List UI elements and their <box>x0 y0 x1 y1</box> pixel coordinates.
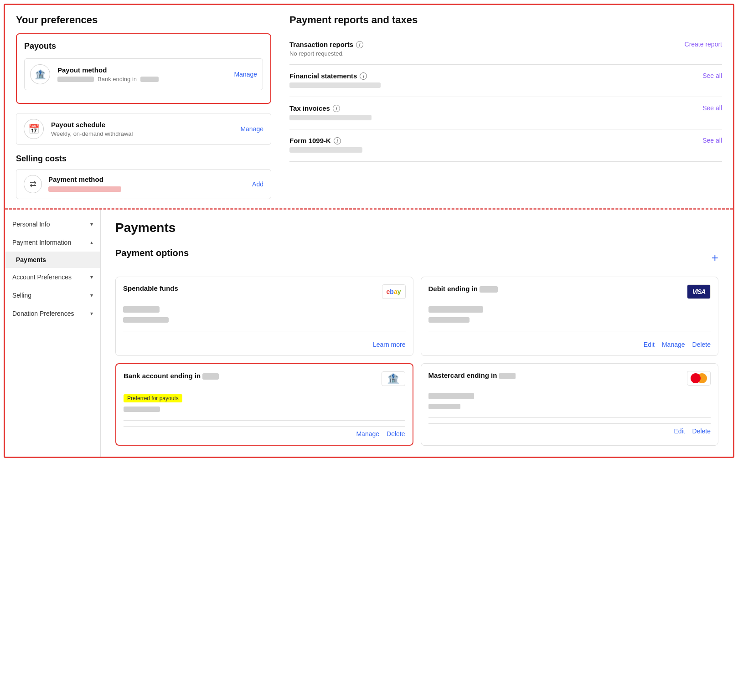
bank-manage-link[interactable]: Manage <box>356 430 379 438</box>
payout-schedule-sub: Weekly, on-demand withdrawal <box>51 130 240 137</box>
calendar-icon: 📅 <box>24 119 44 139</box>
your-preferences-title: Your preferences <box>16 14 271 26</box>
payout-schedule-label: Payout schedule <box>51 121 240 129</box>
tax-invoices-blurred <box>289 115 372 120</box>
add-payment-button[interactable]: + <box>712 251 718 265</box>
sidebar-payments-label: Payments <box>16 256 46 263</box>
mastercard-title: Mastercard ending in <box>428 371 516 381</box>
selling-costs-add-link[interactable]: Add <box>252 180 263 188</box>
spendable-funds-title: Spendable funds <box>123 284 178 292</box>
mastercard-edit-link[interactable]: Edit <box>674 427 685 435</box>
tax-invoices-label: Tax invoices i <box>289 104 693 112</box>
payout-method-manage-link[interactable]: Manage <box>234 71 257 78</box>
right-panel: Payment reports and taxes Transaction re… <box>289 14 722 199</box>
mastercard-number-blurred <box>499 373 516 379</box>
spendable-funds-blurred-1 <box>123 304 406 316</box>
debit-card-actions: Edit Manage Delete <box>428 337 711 348</box>
payout-method-details: Payout method Bank ending in <box>57 66 234 82</box>
sidebar-account-prefs-label: Account Preferences <box>12 273 72 281</box>
visa-icon: VISA <box>687 284 711 299</box>
payment-options-grid: Spendable funds ebay <box>115 277 718 446</box>
payout-method-number-blurred <box>140 77 159 82</box>
debit-blurred-2 <box>428 316 711 325</box>
mastercard-blurred-1 <box>428 391 711 402</box>
tax-invoices-row: Tax invoices i See all <box>289 97 722 129</box>
sidebar-item-account-preferences[interactable]: Account Preferences ▾ <box>5 268 100 286</box>
form-1099k-label: Form 1099-K i <box>289 137 693 144</box>
bank-number-blurred <box>202 373 219 380</box>
main-content: Payments Payment options + Spendable fun… <box>101 210 733 457</box>
transaction-reports-sub: No report requested. <box>289 50 676 57</box>
mastercard-delete-link[interactable]: Delete <box>692 427 711 435</box>
learn-more-link[interactable]: Learn more <box>373 341 406 348</box>
preferred-badge: Preferred for payouts <box>124 394 182 402</box>
selling-costs-label: Payment method <box>48 175 252 183</box>
transfer-icon: ⇄ <box>24 175 42 193</box>
financial-statements-row: Financial statements i See all <box>289 65 722 97</box>
selling-costs-method-details: Payment method <box>48 175 252 193</box>
card-separator <box>123 331 406 331</box>
sidebar-payment-info-label: Payment Information <box>12 239 71 246</box>
sidebar-item-donation-preferences[interactable]: Donation Preferences ▾ <box>5 304 100 323</box>
bank-icon: 🏦 <box>30 64 50 84</box>
chevron-down-icon-3: ▾ <box>90 292 93 299</box>
debit-number-blurred <box>480 286 498 293</box>
payout-schedule-item: 📅 Payout schedule Weekly, on-demand with… <box>16 113 271 145</box>
payouts-title: Payouts <box>24 41 263 51</box>
debit-edit-link[interactable]: Edit <box>644 341 655 348</box>
payment-options-title: Payment options <box>115 248 189 258</box>
card-separator-3 <box>124 420 405 421</box>
sidebar-personal-info-label: Personal Info <box>12 221 50 228</box>
bottom-section: Personal Info ▾ Payment Information ▴ Pa… <box>5 210 733 457</box>
financial-statements-blurred <box>289 82 381 88</box>
sidebar: Personal Info ▾ Payment Information ▴ Pa… <box>5 210 101 457</box>
sidebar-item-payment-info[interactable]: Payment Information ▴ <box>5 233 100 252</box>
transaction-reports-info-icon[interactable]: i <box>356 41 363 48</box>
transaction-reports-label: Transaction reports i <box>289 41 676 48</box>
selling-costs-method-row: ⇄ Payment method Add <box>24 175 263 193</box>
chevron-up-icon: ▴ <box>90 239 93 246</box>
mastercard-card: Mastercard ending in <box>421 363 719 446</box>
top-section: Your preferences Payouts 🏦 Payout method… <box>5 5 733 210</box>
form-1099k-info-icon[interactable]: i <box>334 137 341 144</box>
form-1099k-row: Form 1099-K i See all <box>289 129 722 162</box>
bank-blurred <box>124 405 405 415</box>
debit-card: Debit ending in VISA <box>421 277 719 356</box>
sidebar-item-payments[interactable]: Payments <box>5 252 100 268</box>
payout-method-blurred <box>57 77 94 82</box>
financial-statements-action[interactable]: See all <box>702 72 722 79</box>
card-separator-2 <box>428 331 711 331</box>
ebay-icon: ebay <box>382 284 406 299</box>
sidebar-item-selling[interactable]: Selling ▾ <box>5 286 100 304</box>
debit-card-title: Debit ending in <box>428 284 498 294</box>
form-1099k-action[interactable]: See all <box>702 137 722 144</box>
tax-invoices-action[interactable]: See all <box>702 104 722 112</box>
selling-costs-title: Selling costs <box>16 154 271 164</box>
payout-schedule-manage-link[interactable]: Manage <box>240 125 263 133</box>
mastercard-actions: Edit Delete <box>428 423 711 435</box>
debit-manage-link[interactable]: Manage <box>662 341 685 348</box>
bank-delete-link[interactable]: Delete <box>387 430 405 438</box>
bank-account-card: Bank account ending in 🏦 Preferred for p… <box>115 363 413 446</box>
debit-blurred-1 <box>428 304 711 316</box>
debit-delete-link[interactable]: Delete <box>692 341 711 348</box>
transaction-reports-action[interactable]: Create report <box>685 41 722 48</box>
mastercard-icon <box>687 371 711 386</box>
bank-account-title: Bank account ending in <box>124 371 219 381</box>
payment-reports-title: Payment reports and taxes <box>289 14 722 26</box>
spendable-funds-actions: Learn more <box>123 337 406 348</box>
card-separator-4 <box>428 417 711 418</box>
spendable-funds-blurred-2 <box>123 316 406 325</box>
page-container: Your preferences Payouts 🏦 Payout method… <box>4 4 734 458</box>
payout-method-item: 🏦 Payout method Bank ending in Manage <box>24 58 263 90</box>
financial-statements-info-icon[interactable]: i <box>360 72 367 80</box>
form-1099k-blurred <box>289 147 362 153</box>
chevron-down-icon: ▾ <box>90 221 93 227</box>
tax-invoices-info-icon[interactable]: i <box>333 105 340 112</box>
sidebar-item-personal-info[interactable]: Personal Info ▾ <box>5 215 100 233</box>
payout-method-label: Payout method <box>57 66 234 74</box>
selling-costs-blurred <box>48 186 121 192</box>
transaction-reports-row: Transaction reports i No report requeste… <box>289 33 722 65</box>
bank-card-actions: Manage Delete <box>124 426 405 438</box>
payout-method-sub: Bank ending in <box>57 76 234 82</box>
